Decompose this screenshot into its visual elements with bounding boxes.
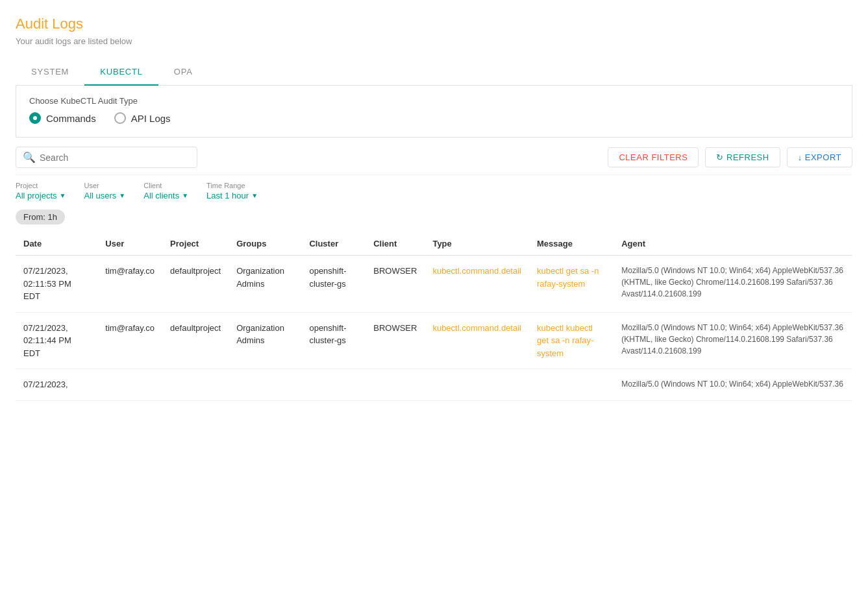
audit-type-label: Choose KubeCTL Audit Type: [29, 96, 839, 106]
row2-user: tim@rafay.co: [97, 312, 162, 369]
col-client: Client: [366, 232, 425, 256]
dropdowns-row: Project All projects ▼ User All users ▼ …: [16, 175, 852, 206]
user-value: All users: [84, 191, 116, 200]
user-label: User: [84, 182, 125, 189]
export-button[interactable]: ↓ EXPORT: [787, 147, 852, 167]
row1-message[interactable]: kubectl get sa -n rafay-system: [529, 256, 614, 313]
search-input[interactable]: [40, 152, 190, 163]
user-dropdown[interactable]: All users ▼: [84, 191, 125, 200]
client-label: Client: [143, 182, 188, 189]
row1-agent: Mozilla/5.0 (Windows NT 10.0; Win64; x64…: [614, 256, 852, 313]
time-range-dropdown-group: Time Range Last 1 hour ▼: [206, 182, 258, 200]
project-dropdown[interactable]: All projects ▼: [16, 191, 66, 200]
filter-chips: From: 1h: [16, 206, 852, 232]
tab-system[interactable]: SYSTEM: [16, 59, 84, 86]
time-range-value: Last 1 hour: [206, 191, 249, 200]
row3-client: [366, 369, 425, 401]
audit-type-section: Choose KubeCTL Audit Type Commands API L…: [16, 86, 852, 138]
row1-type[interactable]: kubectl.command.detail: [425, 256, 529, 313]
col-cluster: Cluster: [301, 232, 366, 256]
row1-user: tim@rafay.co: [97, 256, 162, 313]
table-row: 07/21/2023, 02:11:53 PM EDT tim@rafay.co…: [16, 256, 852, 313]
col-date: Date: [16, 232, 97, 256]
client-chevron-icon: ▼: [182, 192, 188, 199]
row3-user: [97, 369, 162, 401]
user-dropdown-group: User All users ▼: [84, 182, 125, 200]
from-chip[interactable]: From: 1h: [16, 210, 65, 224]
row3-agent: Mozilla/5.0 (Windows NT 10.0; Win64; x64…: [614, 369, 852, 401]
clear-filters-button[interactable]: CLEAR FILTERS: [608, 147, 699, 167]
refresh-button[interactable]: ↻ REFRESH: [705, 147, 780, 167]
table-row: 07/21/2023, 02:11:44 PM EDT tim@rafay.co…: [16, 312, 852, 369]
tabs-bar: SYSTEM KUBECTL OPA: [16, 59, 852, 86]
radio-commands-label: Commands: [46, 113, 96, 124]
row2-cluster: openshift-cluster-gs: [301, 312, 366, 369]
table-row: 07/21/2023, Mozilla/5.0 (Windows NT 10.0…: [16, 369, 852, 401]
refresh-label: REFRESH: [726, 152, 769, 162]
page-container: Audit Logs Your audit logs are listed be…: [0, 0, 868, 401]
from-chip-label: From: 1h: [23, 212, 57, 222]
tab-opa[interactable]: OPA: [158, 59, 208, 86]
row1-groups: Organization Admins: [229, 256, 301, 313]
col-agent: Agent: [614, 232, 852, 256]
radio-api-logs-label: API Logs: [131, 113, 171, 124]
project-label: Project: [16, 182, 66, 189]
time-range-label: Time Range: [206, 182, 258, 189]
export-icon: ↓: [798, 152, 802, 162]
row2-agent: Mozilla/5.0 (Windows NT 10.0; Win64; x64…: [614, 312, 852, 369]
row2-type[interactable]: kubectl.command.detail: [425, 312, 529, 369]
table-container: Date User Project Groups Cluster Client …: [16, 232, 852, 401]
project-chevron-icon: ▼: [60, 192, 66, 199]
tab-kubectl[interactable]: KUBECTL: [84, 59, 158, 86]
row2-message[interactable]: kubectl kubectl get sa -n rafay-system: [529, 312, 614, 369]
client-value: All clients: [143, 191, 179, 200]
radio-commands[interactable]: Commands: [29, 112, 96, 124]
project-value: All projects: [16, 191, 57, 200]
radio-api-logs[interactable]: API Logs: [114, 112, 171, 124]
search-icon: 🔍: [23, 151, 36, 163]
client-dropdown-group: Client All clients ▼: [143, 182, 188, 200]
row1-client: BROWSER: [366, 256, 425, 313]
search-box[interactable]: 🔍: [16, 147, 197, 168]
user-chevron-icon: ▼: [119, 192, 125, 199]
row2-client: BROWSER: [366, 312, 425, 369]
col-project: Project: [162, 232, 229, 256]
row1-cluster: openshift-cluster-gs: [301, 256, 366, 313]
row2-date: 07/21/2023, 02:11:44 PM EDT: [16, 312, 97, 369]
row3-groups: [229, 369, 301, 401]
row2-groups: Organization Admins: [229, 312, 301, 369]
col-groups: Groups: [229, 232, 301, 256]
radio-api-logs-circle: [114, 112, 126, 124]
col-message: Message: [529, 232, 614, 256]
page-title: Audit Logs: [16, 16, 852, 32]
audit-logs-table: Date User Project Groups Cluster Client …: [16, 232, 852, 401]
col-user: User: [97, 232, 162, 256]
row3-date: 07/21/2023,: [16, 369, 97, 401]
time-range-chevron-icon: ▼: [251, 192, 258, 199]
row1-project: defaultproject: [162, 256, 229, 313]
row3-type[interactable]: [425, 369, 529, 401]
row3-message[interactable]: [529, 369, 614, 401]
table-header-row: Date User Project Groups Cluster Client …: [16, 232, 852, 256]
row1-date: 07/21/2023, 02:11:53 PM EDT: [16, 256, 97, 313]
project-dropdown-group: Project All projects ▼: [16, 182, 66, 200]
time-range-dropdown[interactable]: Last 1 hour ▼: [206, 191, 258, 200]
page-subtitle: Your audit logs are listed below: [16, 36, 852, 46]
row3-project: [162, 369, 229, 401]
export-label: EXPORT: [805, 152, 841, 162]
client-dropdown[interactable]: All clients ▼: [143, 191, 188, 200]
filters-bar: 🔍 CLEAR FILTERS ↻ REFRESH ↓ EXPORT: [16, 138, 852, 175]
col-type: Type: [425, 232, 529, 256]
row2-project: defaultproject: [162, 312, 229, 369]
refresh-icon: ↻: [716, 152, 724, 162]
radio-group: Commands API Logs: [29, 112, 839, 124]
row3-cluster: [301, 369, 366, 401]
radio-commands-circle: [29, 112, 41, 124]
